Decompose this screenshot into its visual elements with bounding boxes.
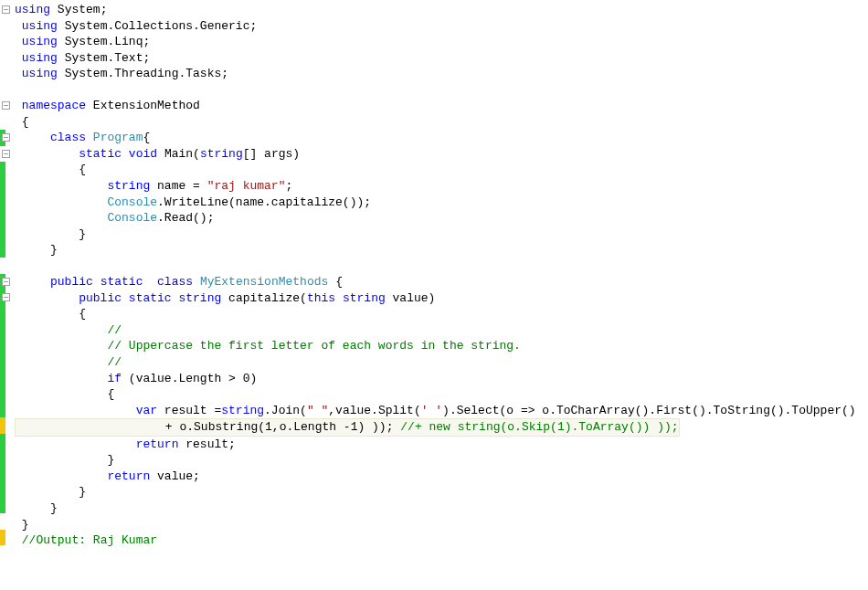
change-marker — [0, 530, 5, 546]
change-marker — [0, 434, 5, 450]
change-marker — [0, 417, 5, 434]
change-marker — [0, 498, 5, 514]
change-marker — [0, 338, 5, 354]
change-marker — [0, 162, 5, 178]
fold-icon[interactable] — [2, 293, 10, 301]
change-marker — [0, 321, 5, 338]
fold-icon[interactable] — [2, 5, 10, 14]
change-marker — [0, 353, 5, 370]
fold-icon[interactable] — [2, 101, 10, 110]
fold-icon[interactable] — [2, 278, 10, 286]
change-marker — [0, 178, 5, 195]
fold-icon[interactable] — [2, 133, 10, 142]
change-marker — [0, 466, 5, 482]
change-marker — [0, 481, 5, 498]
change-marker — [0, 210, 5, 227]
change-marker — [0, 242, 5, 258]
change-marker — [0, 449, 5, 466]
change-marker — [0, 370, 5, 386]
code-text[interactable]: using System; using System.Collections.G… — [13, 2, 868, 549]
change-marker — [0, 385, 5, 402]
change-marker — [0, 194, 5, 210]
change-marker — [0, 402, 5, 418]
gutter — [0, 2, 13, 549]
change-marker — [0, 306, 5, 322]
fold-icon[interactable] — [2, 150, 10, 158]
code-editor: using System; using System.Collections.G… — [0, 0, 868, 549]
change-marker — [0, 226, 5, 242]
line-highlight: + o.Substring(1,o.Length -1) )); //+ new… — [15, 418, 680, 437]
